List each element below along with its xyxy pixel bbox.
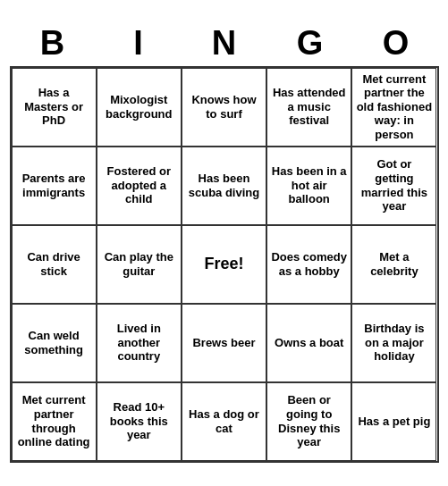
cell-main-text-19: Birthday is on a major holiday [356,322,432,364]
bingo-cell-24[interactable]: Has a pet pig [351,382,436,461]
cell-main-text-22: Has a dog or cat [186,407,262,435]
cell-main-text-12: Free! [204,255,243,274]
cell-main-text-0: Has a Masters or PhD [16,86,92,128]
bingo-cell-0[interactable]: Has a Masters or PhD [12,68,97,147]
bingo-cell-12[interactable]: Free! [182,225,266,304]
bingo-cell-8[interactable]: Has been in a hot air balloon [266,147,351,225]
bingo-cell-7[interactable]: Has been scuba diving [182,147,266,225]
cell-main-text-14: Met a celebrity [356,250,432,278]
bingo-cell-11[interactable]: Can play the guitar [97,225,182,304]
cell-main-text-17: Brews beer [192,336,255,350]
bingo-cell-5[interactable]: Parents are immigrants [12,147,97,225]
cell-main-text-15: Can weld something [16,329,92,356]
bingo-letter-g: G [271,24,350,63]
bingo-cell-20[interactable]: Met current partner through online datin… [12,382,97,461]
bingo-cell-9[interactable]: Got or getting married this year [351,147,436,225]
bingo-cell-17[interactable]: Brews beer [182,304,266,382]
bingo-letter-o: O [357,24,435,63]
bingo-letter-n: N [185,24,264,63]
bingo-cell-22[interactable]: Has a dog or cat [182,382,266,461]
bingo-grid: Has a Masters or PhDMixologist backgroun… [10,66,439,463]
cell-main-text-5: Parents are immigrants [16,172,92,199]
cell-main-text-13: Does comedy as a hobby [271,250,347,278]
bingo-header: BINGO [10,24,439,63]
bingo-cell-3[interactable]: Has attended a music festival [266,68,351,147]
cell-main-text-3: Has attended a music festival [271,86,347,128]
cell-main-text-8: Has been in a hot air balloon [271,164,347,206]
cell-main-text-16: Lived in another country [101,322,177,364]
cell-main-text-9: Got or getting married this year [356,157,432,213]
cell-main-text-23: Been or going to Disney this year [271,393,347,448]
cell-main-text-4: Met current partner the old fashioned wa… [356,72,432,142]
cell-main-text-18: Owns a boat [275,336,343,350]
bingo-cell-2[interactable]: Knows how to surf [182,68,266,147]
bingo-cell-15[interactable]: Can weld something [12,304,97,382]
bingo-cell-10[interactable]: Can drive stick [12,225,97,304]
bingo-cell-23[interactable]: Been or going to Disney this year [266,382,351,461]
cell-main-text-2: Knows how to surf [186,93,262,121]
cell-main-text-24: Has a pet pig [358,415,430,429]
cell-main-text-7: Has been scuba diving [186,172,262,199]
bingo-cell-13[interactable]: Does comedy as a hobby [266,225,351,304]
cell-main-text-20: Met current partner through online datin… [16,393,92,448]
bingo-cell-19[interactable]: Birthday is on a major holiday [351,304,436,382]
cell-main-text-21: Read 10+ books this year [101,400,177,442]
cell-main-text-6: Fostered or adopted a child [101,164,177,206]
cell-main-text-1: Mixologist background [101,93,177,121]
bingo-cell-1[interactable]: Mixologist background [97,68,182,147]
cell-main-text-11: Can play the guitar [101,250,177,278]
cell-main-text-10: Can drive stick [16,250,92,278]
bingo-cell-6[interactable]: Fostered or adopted a child [97,147,182,225]
bingo-cell-21[interactable]: Read 10+ books this year [97,382,182,461]
bingo-cell-14[interactable]: Met a celebrity [351,225,436,304]
bingo-letter-b: B [13,24,92,63]
bingo-cell-16[interactable]: Lived in another country [97,304,182,382]
bingo-cell-4[interactable]: Met current partner the old fashioned wa… [351,68,436,147]
bingo-container: BINGO Has a Masters or PhDMixologist bac… [5,20,444,467]
bingo-letter-i: I [99,24,178,63]
bingo-cell-18[interactable]: Owns a boat [266,304,351,382]
